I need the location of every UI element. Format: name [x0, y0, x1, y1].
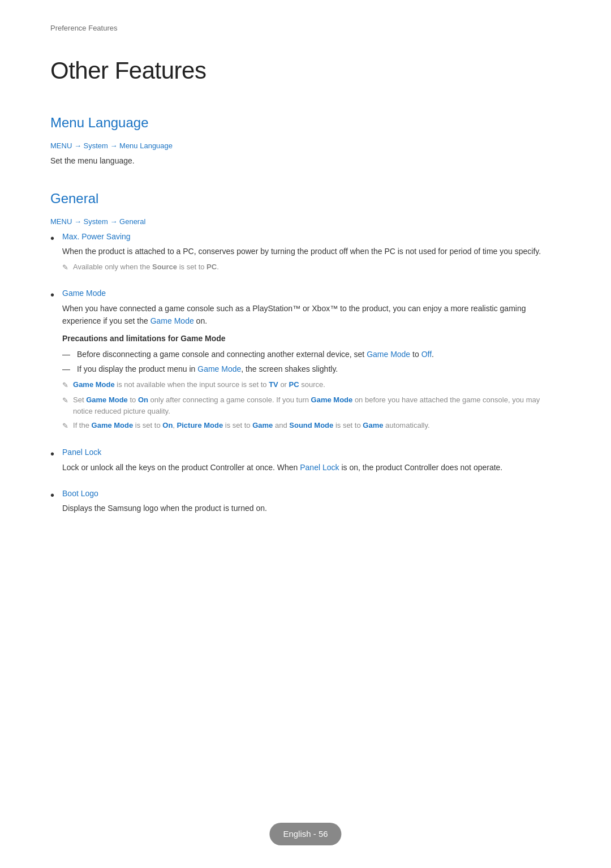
tv-bold: TV — [269, 380, 278, 389]
note-game-mode-picture-sound: ✎ If the Game Mode is set to On, Picture… — [62, 420, 561, 432]
dash-item-1: — Before disconnecting a game console an… — [62, 348, 561, 360]
bullet-dot-2: • — [50, 286, 54, 304]
bullet-dot-3: • — [50, 445, 54, 463]
pencil-icon: ✎ — [62, 262, 68, 274]
bullet-title-max-power-saving: Max. Power Saving — [62, 230, 561, 243]
section-title-general: General — [50, 188, 561, 209]
game-mode-bold-1: Game Mode — [73, 380, 115, 389]
game-mode-bold-4: Game Mode — [92, 421, 134, 429]
game-bold-1: Game — [252, 421, 273, 429]
bullet-desc-max-power-saving: When the product is attached to a PC, co… — [62, 245, 561, 257]
pencil-icon-4: ✎ — [62, 420, 68, 432]
page-title: Other Features — [50, 51, 561, 89]
dash-text-2: If you display the product menu in Game … — [77, 363, 338, 375]
menu-path-menu-language: MENU → System → Menu Language — [50, 140, 561, 152]
note-text-source-pc: Available only when the Source is set to… — [73, 261, 219, 273]
bullet-title-boot-logo: Boot Logo — [62, 487, 561, 500]
bullet-title-panel-lock: Panel Lock — [62, 446, 561, 458]
dash-symbol-2: — — [62, 363, 70, 375]
game-bold-2: Game — [363, 421, 383, 429]
picture-mode-bold: Picture Mode — [177, 421, 223, 429]
on-bold-2: On — [162, 421, 173, 429]
dash-item-2: — If you display the product menu in Gam… — [62, 363, 561, 375]
section-menu-language: Menu Language MENU → System → Menu Langu… — [50, 112, 561, 167]
game-mode-link-1: Game Mode — [150, 316, 194, 325]
dash-text-1: Before disconnecting a game console and … — [77, 348, 434, 360]
source-bold: Source — [152, 263, 177, 271]
bullet-game-mode: • Game Mode When you have connected a ga… — [50, 287, 561, 436]
general-bullet-list: • Max. Power Saving When the product is … — [50, 230, 561, 518]
off-link: Off — [421, 350, 432, 359]
bullet-title-game-mode: Game Mode — [62, 287, 561, 299]
game-mode-bold-2: Game Mode — [86, 396, 128, 404]
note-game-mode-tv-pc: ✎ Game Mode is not available when the in… — [62, 379, 561, 392]
on-bold-1: On — [138, 396, 148, 404]
section-title-menu-language: Menu Language — [50, 112, 561, 134]
game-mode-link-3: Game Mode — [197, 364, 241, 373]
bullet-desc-panel-lock: Lock or unlock all the keys on the produ… — [62, 461, 561, 474]
bullet-dot-4: • — [50, 486, 54, 504]
bullet-max-power-saving: • Max. Power Saving When the product is … — [50, 230, 561, 277]
game-mode-bold-3: Game Mode — [311, 396, 353, 404]
note-text-game-mode-on-quality: Set Game Mode to On only after connectin… — [73, 394, 561, 416]
note-game-mode-on-quality: ✎ Set Game Mode to On only after connect… — [62, 394, 561, 416]
bullet-content-panel-lock: Panel Lock Lock or unlock all the keys o… — [62, 446, 561, 477]
bullet-panel-lock: • Panel Lock Lock or unlock all the keys… — [50, 446, 561, 477]
precautions-title: Precautions and limitations for Game Mod… — [62, 332, 561, 345]
pc-bold: PC — [206, 263, 217, 271]
note-text-game-mode-picture-sound: If the Game Mode is set to On, Picture M… — [73, 420, 430, 431]
note-text-game-mode-tv-pc: Game Mode is not available when the inpu… — [73, 379, 325, 390]
menu-language-description: Set the menu language. — [50, 154, 561, 167]
footer-badge: English - 56 — [269, 823, 341, 845]
bullet-content-game-mode: Game Mode When you have connected a game… — [62, 287, 561, 436]
dash-list: — Before disconnecting a game console an… — [62, 348, 561, 376]
section-general: General MENU → System → General • Max. P… — [50, 188, 561, 518]
bullet-boot-logo: • Boot Logo Displays the Samsung logo wh… — [50, 487, 561, 518]
panel-lock-link: Panel Lock — [300, 463, 339, 472]
bullet-desc-game-mode: When you have connected a game console s… — [62, 302, 561, 328]
bullet-content-boot-logo: Boot Logo Displays the Samsung logo when… — [62, 487, 561, 518]
menu-path-general: MENU → System → General — [50, 216, 561, 228]
game-mode-link-2: Game Mode — [367, 350, 410, 359]
bullet-content-max-power-saving: Max. Power Saving When the product is at… — [62, 230, 561, 277]
page-container: Preference Features Other Features Menu … — [0, 0, 611, 584]
dash-symbol-1: — — [62, 348, 70, 360]
pencil-icon-3: ✎ — [62, 395, 68, 407]
note-source-pc: ✎ Available only when the Source is set … — [62, 261, 561, 274]
pencil-icon-2: ✎ — [62, 380, 68, 392]
bullet-desc-boot-logo: Displays the Samsung logo when the produ… — [62, 502, 561, 514]
sound-mode-bold: Sound Mode — [289, 421, 333, 429]
pc-bold-2: PC — [289, 380, 299, 389]
bullet-dot: • — [50, 229, 54, 247]
breadcrumb: Preference Features — [50, 23, 561, 35]
